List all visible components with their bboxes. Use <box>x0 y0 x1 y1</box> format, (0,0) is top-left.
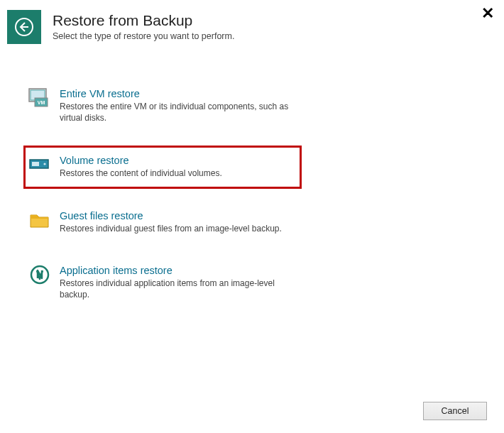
option-desc: Restores individual application items fr… <box>60 278 294 300</box>
option-desc: Restores the entire VM or its individual… <box>60 102 294 124</box>
option-body: Guest files restore Restores individual … <box>60 210 294 235</box>
option-title: Guest files restore <box>60 210 294 222</box>
header: Restore from Backup Select the type of r… <box>0 0 504 51</box>
footer: Cancel <box>423 402 487 420</box>
option-body: Application items restore Restores indiv… <box>60 265 294 301</box>
option-guest-files-restore[interactable]: Guest files restore Restores individual … <box>26 202 304 243</box>
close-icon: ✕ <box>481 4 494 22</box>
page-title: Restore from Backup <box>53 11 234 29</box>
restore-options: VM Entire VM restore Restores the entire… <box>0 80 504 309</box>
svg-rect-6 <box>32 162 39 166</box>
option-body: Volume restore Restores the content of i… <box>60 155 292 180</box>
option-title: Volume restore <box>60 155 292 167</box>
option-entire-vm-restore[interactable]: VM Entire VM restore Restores the entire… <box>26 80 304 133</box>
option-volume-restore[interactable]: Volume restore Restores the content of i… <box>23 146 302 189</box>
back-arrow-icon <box>13 16 35 38</box>
page-subtitle: Select the type of restore you want to p… <box>53 31 234 41</box>
option-body: Entire VM restore Restores the entire VM… <box>60 88 294 124</box>
vm-icon: VM <box>28 88 51 108</box>
header-text: Restore from Backup Select the type of r… <box>53 10 234 41</box>
app-items-icon <box>28 265 51 285</box>
option-application-items-restore[interactable]: Application items restore Restores indiv… <box>26 256 304 309</box>
cancel-button[interactable]: Cancel <box>423 402 487 420</box>
svg-text:VM: VM <box>38 100 45 105</box>
option-title: Application items restore <box>60 265 294 277</box>
folder-icon <box>28 210 51 230</box>
option-desc: Restores individual guest files from an … <box>60 224 294 235</box>
svg-point-7 <box>43 163 45 165</box>
close-button[interactable]: ✕ <box>481 6 494 21</box>
volume-icon <box>28 155 51 175</box>
back-button[interactable] <box>7 10 41 44</box>
option-desc: Restores the content of individual volum… <box>60 168 292 180</box>
option-title: Entire VM restore <box>60 88 294 100</box>
